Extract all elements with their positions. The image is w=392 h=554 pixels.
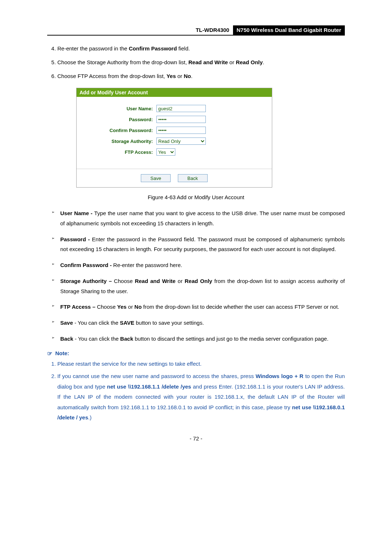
- list-item: Password - Enter the password in the Pas…: [47, 234, 345, 255]
- figure-wrap: Add or Modify User Account User Name: Pa…: [76, 88, 345, 188]
- password-input[interactable]: [156, 116, 206, 123]
- page-number: - 72 -: [47, 435, 345, 442]
- figure-caption: Figure 4-63 Add or Modify User Account: [47, 194, 345, 200]
- list-item: FTP Access – Choose Yes or No from the d…: [47, 302, 345, 312]
- note-item: Please restart the service for the new s…: [57, 359, 345, 369]
- header-title: N750 Wireless Dual Band Gigabit Router: [233, 25, 345, 35]
- storage-authority-select[interactable]: Read Only: [156, 138, 206, 145]
- list-item: Confirm Password - Re-enter the password…: [47, 260, 345, 270]
- pointing-hand-icon: ☞: [47, 350, 52, 357]
- header-model: TL-WDR4300: [196, 25, 233, 35]
- instruction-item: Choose FTP Access from the drop-down lis…: [57, 72, 345, 81]
- document-header: TL-WDR4300 N750 Wireless Dual Band Gigab…: [47, 25, 345, 36]
- username-input[interactable]: [156, 105, 206, 112]
- router-panel: Add or Modify User Account User Name: Pa…: [76, 88, 272, 188]
- instruction-item: Choose the Storage Authority from the dr…: [57, 58, 345, 67]
- page: TL-WDR4300 N750 Wireless Dual Band Gigab…: [0, 0, 392, 460]
- instruction-item: Re-enter the password in the Confirm Pas…: [57, 44, 345, 53]
- password-label: Password:: [80, 117, 156, 122]
- description-list: User Name - Type the user name that you …: [47, 208, 345, 344]
- back-button[interactable]: Back: [178, 174, 208, 182]
- panel-title: Add or Modify User Account: [77, 88, 272, 97]
- note-item: If you cannot use the new user name and …: [57, 371, 345, 423]
- list-item: Save - You can click the SAVE button to …: [47, 318, 345, 328]
- username-label: User Name:: [80, 106, 156, 111]
- list-item: User Name - Type the user name that you …: [47, 208, 345, 229]
- list-item: Back - You can click the Back button to …: [47, 334, 345, 344]
- confirm-password-input[interactable]: [156, 127, 206, 134]
- list-item: Storage Authority – Choose Read and Writ…: [47, 276, 345, 296]
- ftp-access-label: FTP Access:: [80, 149, 156, 155]
- save-button[interactable]: Save: [141, 174, 171, 182]
- confirm-password-label: Confirm Password:: [80, 128, 156, 133]
- storage-authority-label: Storage Authority:: [80, 139, 156, 144]
- instruction-list: Re-enter the password in the Confirm Pas…: [47, 44, 345, 81]
- note-list: Please restart the service for the new s…: [47, 359, 345, 423]
- note-heading: ☞ Note:: [47, 350, 345, 357]
- ftp-access-select[interactable]: Yes: [156, 148, 175, 156]
